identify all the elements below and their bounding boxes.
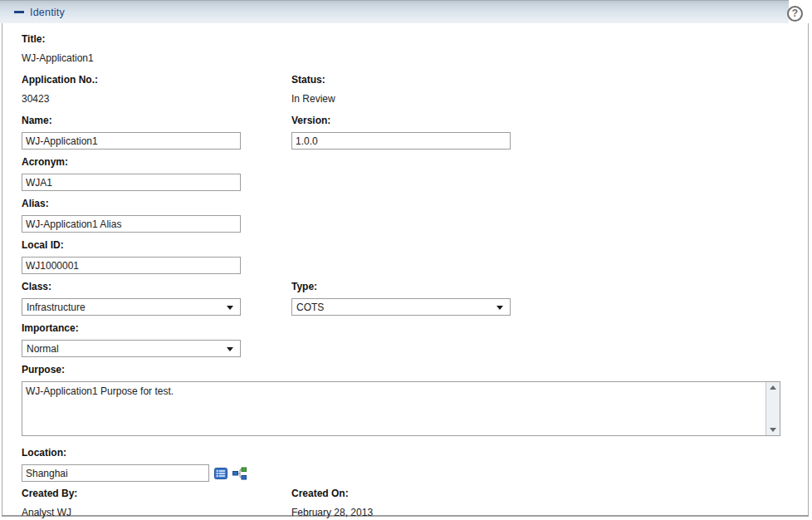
status-value: In Review [291, 94, 561, 105]
purpose-text: WJ-Application1 Purpose for test. [26, 385, 174, 397]
created-on-field: Created On: February 28, 2013 [291, 488, 561, 518]
class-type-row: Class: Infrastructure Type: COTS [22, 282, 808, 316]
class-field: Class: Infrastructure [22, 282, 291, 316]
title-label: Title: [22, 34, 291, 45]
name-label: Name: [22, 115, 291, 126]
created-on-label: Created On: [291, 488, 561, 499]
created-on-value: February 28, 2013 [291, 508, 561, 518]
location-row: Location: [22, 448, 808, 482]
identity-panel-body: Title: WJ-Application1 Application No.: … [2, 23, 809, 517]
title-value: WJ-Application1 [22, 53, 291, 64]
hierarchy-icon [232, 467, 247, 480]
application-no-field: Application No.: 30423 [22, 75, 291, 105]
created-by-field: Created By: Analyst WJ [22, 488, 291, 518]
local-id-input[interactable] [22, 257, 241, 274]
triangle-down-icon [496, 306, 503, 310]
version-input[interactable] [291, 132, 511, 150]
purpose-row: Purpose: WJ-Application1 Purpose for tes… [22, 365, 808, 440]
help-button[interactable]: ? [787, 6, 803, 22]
version-label: Version: [291, 115, 561, 126]
appno-status-row: Application No.: 30423 Status: In Review [22, 75, 808, 105]
collapse-section-button[interactable] [14, 7, 24, 17]
importance-row: Importance: Normal [22, 323, 808, 357]
purpose-field: Purpose: WJ-Application1 Purpose for tes… [22, 365, 780, 440]
application-no-value: 30423 [22, 94, 291, 105]
alias-row: Alias: [22, 199, 808, 233]
local-id-label: Local ID: [22, 240, 291, 251]
location-hierarchy-button[interactable] [232, 467, 247, 480]
triangle-down-icon [227, 306, 233, 310]
purpose-scrollbar[interactable] [766, 382, 780, 435]
type-select-value: COTS [296, 302, 324, 313]
acronym-field: Acronym: [22, 157, 291, 191]
minus-icon [14, 11, 24, 13]
importance-select[interactable]: Normal [22, 340, 241, 357]
triangle-down-icon[interactable] [770, 428, 776, 432]
location-input[interactable] [22, 464, 209, 482]
name-version-row: Name: Version: [22, 115, 808, 150]
importance-field: Importance: Normal [22, 323, 291, 357]
location-field: Location: [22, 448, 247, 482]
alias-field: Alias: [22, 199, 291, 233]
importance-label: Importance: [22, 323, 291, 334]
triangle-down-icon [227, 347, 233, 351]
version-field: Version: [291, 115, 561, 150]
application-no-label: Application No.: [22, 75, 291, 86]
type-label: Type: [291, 282, 561, 292]
alias-label: Alias: [22, 199, 291, 209]
status-label: Status: [291, 75, 561, 86]
alias-input[interactable] [22, 215, 241, 233]
local-id-field: Local ID: [22, 240, 291, 274]
identity-section-header: Identity [0, 0, 789, 23]
created-by-label: Created By: [22, 488, 291, 499]
title-row: Title: WJ-Application1 [22, 34, 808, 64]
list-picker-icon [214, 467, 227, 480]
created-by-value: Analyst WJ [22, 508, 291, 518]
importance-select-value: Normal [27, 343, 59, 355]
acronym-label: Acronym: [22, 157, 291, 168]
type-field: Type: COTS [291, 282, 561, 316]
section-title: Identity [30, 7, 65, 18]
status-field: Status: In Review [291, 75, 561, 105]
location-label: Location: [22, 448, 247, 459]
class-select[interactable]: Infrastructure [22, 298, 241, 316]
triangle-up-icon[interactable] [770, 385, 776, 390]
question-mark-icon: ? [792, 7, 798, 19]
class-select-value: Infrastructure [27, 302, 86, 313]
name-field: Name: [22, 115, 291, 150]
location-list-picker-button[interactable] [214, 467, 227, 480]
acronym-input[interactable] [22, 174, 241, 191]
class-label: Class: [22, 282, 291, 292]
purpose-label: Purpose: [22, 365, 780, 375]
purpose-textarea[interactable]: WJ-Application1 Purpose for test. [22, 381, 780, 436]
local-id-row: Local ID: [22, 240, 808, 274]
type-select[interactable]: COTS [291, 298, 511, 316]
title-field: Title: WJ-Application1 [22, 34, 291, 64]
name-input[interactable] [22, 132, 241, 150]
acronym-row: Acronym: [22, 157, 808, 191]
created-row: Created By: Analyst WJ Created On: Febru… [22, 488, 808, 518]
